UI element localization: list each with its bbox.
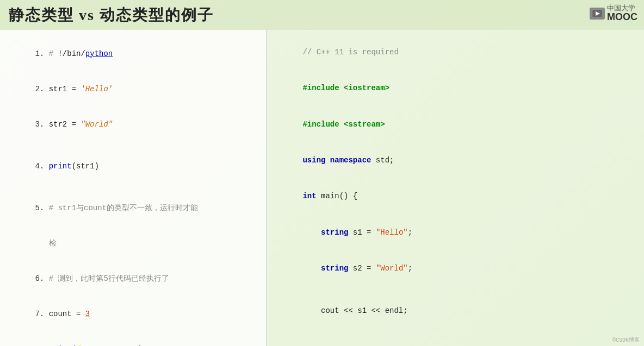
cpp-s2-decl: string s2 = "World"; [275, 250, 635, 286]
mooc-logo-chinese: 中国大学 [607, 4, 637, 12]
python-line-5b: 检 [8, 226, 258, 261]
cpp-include-sstream: #include <sstream> [275, 106, 635, 142]
python-line-8: 8. print(str1 + count) [8, 332, 258, 347]
python-line-2: 2. str1 = 'Hello' [8, 72, 258, 107]
python-line-4: 4. print(str1) [8, 149, 258, 184]
mooc-logo-icon [590, 8, 605, 20]
python-code-panel: 1. # !/bin/python 2. str1 = 'Hello' 3. s… [0, 30, 267, 346]
cpp-using-namespace: using namespace std; [275, 142, 635, 178]
python-line-1: 1. # !/bin/python [8, 36, 258, 72]
page-title: 静态类型 vs 动态类型的例子 [9, 5, 214, 26]
mooc-logo: 中国大学 MOOC [590, 4, 637, 23]
cpp-main-sig: int main() { [275, 178, 635, 214]
cpp-code-panel: // C++ 11 is required #include <iostream… [267, 30, 644, 346]
python-line-6: 6. # 测到，此时第5行代码已经执行了 [8, 261, 258, 297]
cpp-int-count: int count = 3; [275, 336, 635, 346]
mooc-logo-english: MOOC [607, 12, 637, 23]
cpp-include-iostream: #include <iostream> [275, 70, 635, 106]
python-line-5: 5. # str1与count的类型不一致，运行时才能 [8, 191, 258, 226]
python-line-3: 3. str2 = "World" [8, 107, 258, 142]
watermark: ©CSDN博客 [612, 336, 640, 344]
cpp-s1-decl: string s1 = "Hello"; [275, 215, 635, 250]
cpp-cout-s1: cout << s1 << endl; [275, 293, 635, 329]
python-line-7: 7. count = 3 [8, 297, 258, 332]
main-container: 静态类型 vs 动态类型的例子 中国大学 MOOC 1. # !/bin/pyt… [0, 0, 644, 346]
title-bar: 静态类型 vs 动态类型的例子 中国大学 MOOC [0, 0, 644, 30]
cpp-comment-required: // C++ 11 is required [275, 34, 635, 70]
